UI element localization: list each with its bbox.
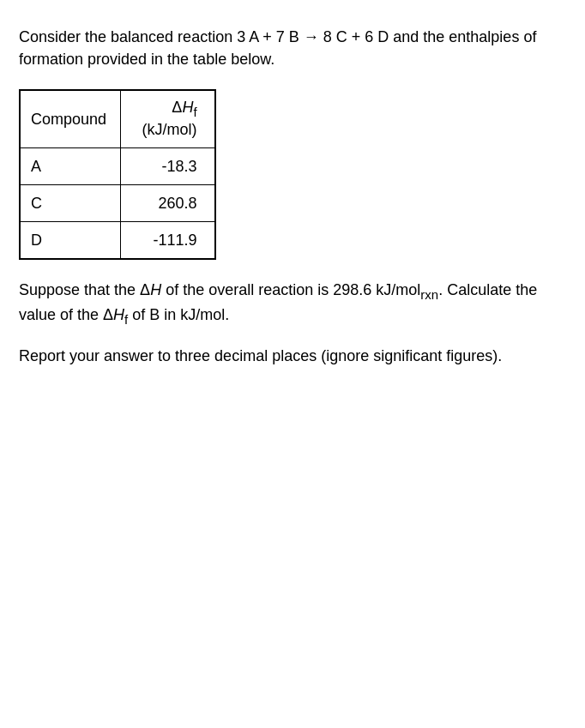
report-text: Report your answer to three decimal plac…: [19, 347, 502, 364]
value-c: 260.8: [121, 184, 215, 221]
intro-paragraph: Consider the balanced reaction 3 A + 7 B…: [19, 26, 559, 70]
enthalpy-table: Compound ΔHf (kJ/mol) A -18.3 C 260.8 D …: [19, 89, 216, 260]
suppose-paragraph: Suppose that the ΔH of the overall react…: [19, 279, 559, 329]
compound-d: D: [20, 221, 121, 259]
value-d: -111.9: [121, 221, 215, 259]
report-paragraph: Report your answer to three decimal plac…: [19, 345, 559, 367]
enthalpy-header: ΔHf (kJ/mol): [121, 90, 215, 147]
table-container: Compound ΔHf (kJ/mol) A -18.3 C 260.8 D …: [19, 89, 559, 260]
value-a: -18.3: [121, 147, 215, 184]
delta-symbol: ΔHf: [172, 99, 196, 116]
table-header-row: Compound ΔHf (kJ/mol): [20, 90, 215, 147]
suppose-text: Suppose that the ΔH of the overall react…: [19, 281, 537, 323]
table-row: A -18.3: [20, 147, 215, 184]
compound-c: C: [20, 184, 121, 221]
intro-text: Consider the balanced reaction 3 A + 7 B…: [19, 28, 536, 68]
compound-a: A: [20, 147, 121, 184]
table-row: C 260.8: [20, 184, 215, 221]
table-row: D -111.9: [20, 221, 215, 259]
compound-header: Compound: [20, 90, 121, 147]
units-label: (kJ/mol): [142, 121, 197, 138]
